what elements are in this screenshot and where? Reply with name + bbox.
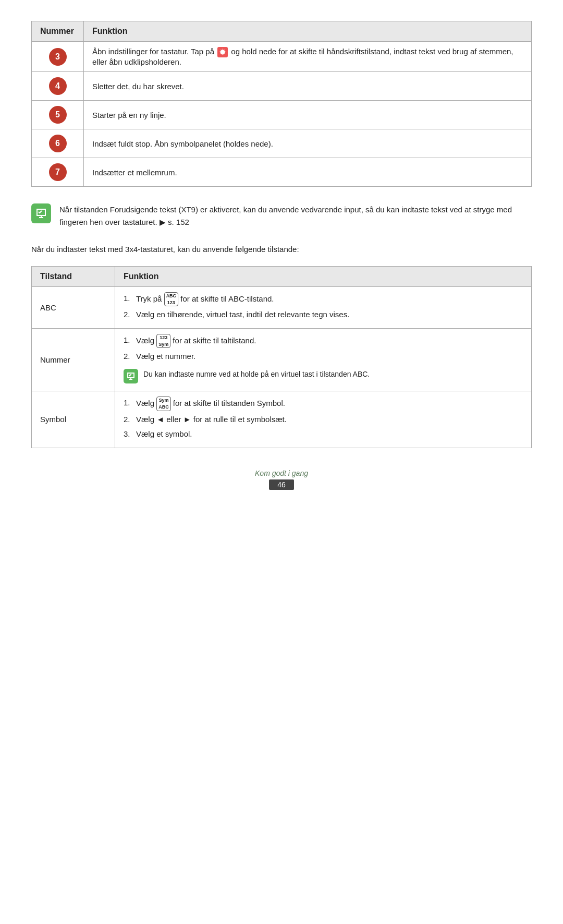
page-number: 46 (269, 479, 294, 490)
table-row-abc: ABC 1. Tryk på ABC 123 for at skifte til… (32, 287, 532, 329)
list-num: 2. (124, 308, 133, 321)
note-icon-1 (31, 203, 51, 223)
col-header-nummer: Nummer (32, 21, 84, 42)
list-text: Tryk på ABC 123 for at skifte til ABC-ti… (136, 292, 274, 306)
page-footer: Kom godt i gang 46 (31, 469, 532, 490)
col-header-funktion: Funktion (84, 21, 532, 42)
table-row: 3 Åbn indstillinger for tastatur. Tap på… (32, 42, 532, 72)
list-item: 1. Vælg 123 Sym for at skifte til taltil… (124, 334, 523, 348)
list-text: Vælg ◄ eller ► for at rulle til et symbo… (136, 413, 287, 426)
list-text: Vælg en tilhørende, virtuel tast, indtil… (136, 308, 349, 321)
list-num: 1. (124, 334, 133, 348)
table-row-symbol: Symbol 1. Vælg Sym ABC for at skifte til… (32, 391, 532, 448)
col-header-funktion2: Funktion (115, 267, 532, 287)
note-xt9: Når tilstanden Forudsigende tekst (XT9) … (31, 201, 532, 231)
number-badge-3: 3 (49, 48, 67, 66)
table-tilstand-functions: Tilstand Funktion ABC 1. Tryk på ABC 123 (31, 266, 532, 448)
tilstand-abc: ABC (32, 287, 115, 329)
number-badge-4: 4 (49, 77, 67, 95)
number-badge-5: 5 (49, 106, 67, 124)
symabc-badge: Sym ABC (156, 397, 171, 411)
table-row: 4 Sletter det, du har skrevet. (32, 72, 532, 101)
list-text: Vælg et symbol. (136, 428, 192, 440)
list-text: Vælg 123 Sym for at skifte til taltilsta… (136, 334, 256, 348)
123sym-badge: 123 Sym (156, 334, 170, 348)
table-row: 7 Indsætter et mellemrum. (32, 158, 532, 187)
list-item: 2. Vælg ◄ eller ► for at rulle til et sy… (124, 413, 523, 426)
list-item: 1. Tryk på ABC 123 for at skifte til ABC… (124, 292, 523, 306)
row-number-cell: 4 (32, 72, 84, 101)
row-function-cell-5: Starter på en ny linje. (84, 101, 532, 129)
list-item: 2. Vælg et nummer. (124, 350, 523, 363)
row-number-cell: 6 (32, 129, 84, 158)
list-item: 3. Vælg et symbol. (124, 428, 523, 440)
funktion-nummer: 1. Vælg 123 Sym for at skifte til taltil… (115, 329, 532, 391)
note-xt9-text: Når tilstanden Forudsigende tekst (XT9) … (59, 203, 532, 229)
list-num: 3. (124, 428, 133, 440)
funktion-symbol: 1. Vælg Sym ABC for at skifte til tilsta… (115, 391, 532, 448)
tilstand-symbol: Symbol (32, 391, 115, 448)
row-function-cell-7: Indsætter et mellemrum. (84, 158, 532, 187)
list-text: Vælg Sym ABC for at skifte til tilstande… (136, 397, 285, 411)
row-function-cell-6: Indsæt fuldt stop. Åbn symbolpanelet (ho… (84, 129, 532, 158)
list-num: 1. (124, 292, 133, 306)
intro-paragraph: Når du indtaster tekst med 3x4-tastature… (31, 243, 532, 256)
row-number-cell: 7 (32, 158, 84, 187)
row-number-cell: 5 (32, 101, 84, 129)
funktion-abc: 1. Tryk på ABC 123 for at skifte til ABC… (115, 287, 532, 329)
list-item: 2. Vælg en tilhørende, virtuel tast, ind… (124, 308, 523, 321)
row-number-cell: 3 (32, 42, 84, 72)
sub-note-nummer: Du kan indtaste numre ved at holde på en… (124, 367, 523, 386)
abc123-badge: ABC 123 (164, 292, 179, 306)
number-badge-7: 7 (49, 163, 67, 181)
list-item: 1. Vælg Sym ABC for at skifte til tilsta… (124, 397, 523, 411)
col-header-tilstand: Tilstand (32, 267, 115, 287)
tilstand-nummer: Nummer (32, 329, 115, 391)
table-row: 5 Starter på en ny linje. (32, 101, 532, 129)
small-note-icon (124, 369, 138, 383)
footer-label: Kom godt i gang (31, 469, 532, 477)
list-num: 2. (124, 413, 133, 426)
sub-note-text: Du kan indtaste numre ved at holde på en… (143, 369, 370, 380)
table-keyboard-functions: Nummer Funktion 3 Åbn indstillinger for … (31, 21, 532, 187)
table-row-nummer: Nummer 1. Vælg 123 Sym for at skifte til… (32, 329, 532, 391)
list-num: 1. (124, 397, 133, 411)
row-function-cell-4: Sletter det, du har skrevet. (84, 72, 532, 101)
list-num: 2. (124, 350, 133, 363)
row-function-cell-3: Åbn indstillinger for tastatur. Tap på o… (84, 42, 532, 72)
gear-icon (217, 47, 228, 57)
list-text: Vælg et nummer. (136, 350, 195, 363)
number-badge-6: 6 (49, 135, 67, 152)
table-row: 6 Indsæt fuldt stop. Åbn symbolpanelet (… (32, 129, 532, 158)
